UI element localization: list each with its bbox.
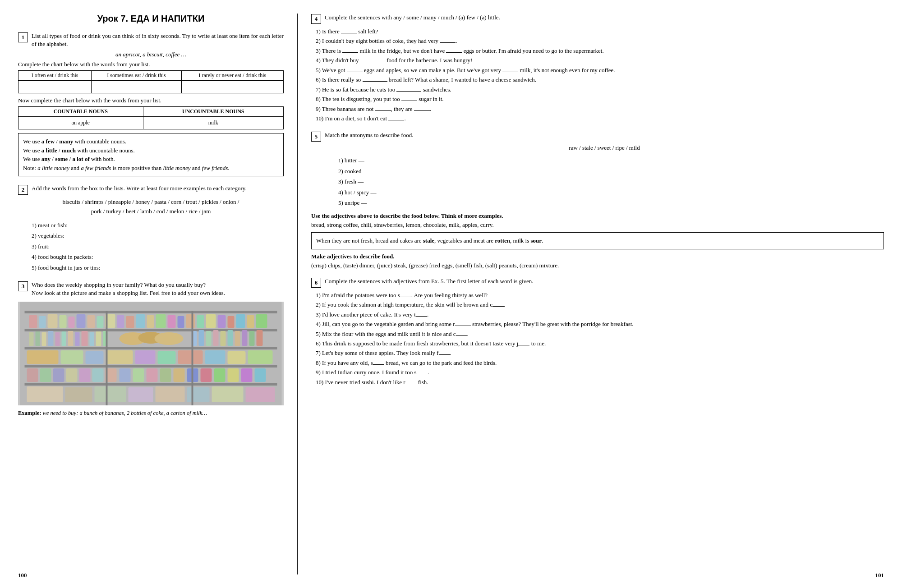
svg-rect-37: [75, 332, 80, 346]
category-1: 1) meat or fish:: [32, 220, 284, 230]
svg-rect-58: [106, 350, 133, 364]
ex6-s6: 6) This drink is supposed to be made fro…: [316, 339, 884, 348]
svg-rect-20: [168, 315, 176, 328]
ex4-s2: 2) I couldn't buy eight bottles of coke,…: [316, 36, 884, 46]
ex6-s7: 7) Let's buy some of these apples. They …: [316, 348, 884, 358]
svg-rect-88: [187, 387, 210, 402]
svg-rect-80: [228, 368, 239, 382]
ex4-s6: 6) Is there really so bread left? What a…: [316, 75, 884, 84]
ex6-s1: 1) I'm afraid the potatoes were too s. A…: [316, 290, 884, 300]
blank: [347, 72, 363, 72]
svg-rect-33: [48, 331, 54, 346]
make-adj-examples: (crisp) chips, (taste) dinner, (juice) s…: [311, 262, 884, 269]
eat-cell-1: [18, 81, 92, 93]
ex4-s3: 3) There is milk in the fridge, but we d…: [316, 46, 884, 55]
category-3: 3) fruit:: [32, 241, 284, 252]
exercise-6: 6 Complete the sentences with adjectives…: [311, 277, 884, 387]
ex1-example: an apricot, a biscuit, coffee …: [18, 51, 284, 58]
svg-rect-62: [205, 350, 226, 364]
svg-rect-65: [27, 368, 38, 382]
blank: [396, 91, 421, 92]
grammar-box: We use a few / many with countable nouns…: [18, 133, 284, 176]
svg-rect-29: [256, 314, 267, 328]
svg-rect-38: [82, 331, 88, 346]
svg-rect-15: [117, 315, 124, 328]
blank: [456, 335, 467, 336]
ex4-number: 4: [311, 14, 321, 24]
exercise-2: 2 Add the words from the box to the list…: [18, 184, 284, 273]
categories-list: 1) meat or fish: 2) vegetables: 3) fruit…: [32, 220, 284, 273]
svg-rect-57: [86, 351, 104, 364]
svg-rect-24: [206, 314, 216, 328]
ex2-number: 2: [18, 185, 28, 195]
svg-rect-59: [135, 350, 156, 364]
svg-rect-87: [156, 386, 185, 402]
blank: [342, 52, 358, 53]
ex4-s7: 7) He is so fat because he eats too sand…: [316, 85, 884, 94]
svg-rect-81: [241, 368, 253, 382]
countable-header: COUNTABLE NOUNS: [18, 107, 143, 117]
ex4-s10: 10) I'm on a diet, so I don't eat .: [316, 114, 884, 123]
svg-rect-28: [247, 315, 254, 328]
svg-rect-74: [147, 368, 158, 382]
uncountable-header: UNCOUNTABLE NOUNS: [143, 107, 283, 117]
ex6-s4: 4) Jill, can you go to the vegetable gar…: [316, 319, 884, 329]
svg-rect-60: [158, 351, 176, 364]
ex2-word-list: biscuits / shrimps / pineapple / honey /…: [18, 198, 284, 216]
grammar-line-1: We use a few / many with countable nouns…: [23, 137, 279, 146]
ex4-sentences: 1) Is there salt left? 2) I couldn't buy…: [316, 27, 884, 123]
svg-rect-11: [77, 314, 86, 328]
ex1-instruction: List all types of food or drink you can …: [32, 32, 284, 48]
ex4-s1: 1) Is there salt left?: [316, 27, 884, 36]
svg-rect-7: [39, 316, 46, 328]
svg-rect-86: [129, 387, 153, 402]
ex2-instruction: Add the words from the box to the lists.…: [32, 184, 247, 193]
col-header-2: I sometimes eat / drink this: [92, 71, 181, 81]
svg-rect-83: [27, 386, 63, 402]
svg-rect-51: [235, 331, 240, 346]
svg-rect-52: [242, 330, 248, 346]
blank: [416, 316, 427, 317]
nouns-table: COUNTABLE NOUNS UNCOUNTABLE NOUNS an app…: [18, 106, 284, 129]
svg-rect-36: [68, 331, 74, 346]
svg-point-44: [155, 332, 184, 345]
page-number-left: 100: [18, 572, 27, 579]
chart1-instruction: Complete the chart below with the words …: [18, 61, 284, 68]
ex1-number: 1: [18, 32, 28, 42]
page-title: Урок 7. ЕДА И НАПИТКИ: [18, 14, 284, 24]
ex4-instruction: Complete the sentences with any / some /…: [325, 14, 500, 22]
category-5: 5) food bought in jars or tins:: [32, 262, 284, 273]
ex6-s3: 3) I'd love another piece of cake. It's …: [316, 310, 884, 319]
eat-drink-table: I often eat / drink this I sometimes eat…: [18, 70, 284, 93]
svg-rect-70: [92, 368, 104, 382]
svg-rect-9: [60, 315, 67, 328]
svg-rect-56: [61, 350, 83, 364]
blank: [375, 110, 391, 111]
exercise-5: 5 Match the antonyms to describe food. r…: [311, 131, 884, 269]
svg-rect-79: [214, 368, 226, 382]
svg-rect-73: [133, 368, 144, 382]
ex3-instruction: Who does the weekly shopping in your fam…: [32, 281, 225, 297]
chart2-instruction: Now complete the chart below with the wo…: [18, 97, 284, 104]
blank: [400, 297, 411, 297]
ex6-s8: 8) If you have any old, s bread, we can …: [316, 358, 884, 368]
example-label: Example:: [18, 410, 41, 416]
right-column: 4 Complete the sentences with any / some…: [298, 14, 884, 574]
svg-rect-67: [53, 368, 64, 382]
blank: [416, 374, 428, 374]
ant-1: 1) bitter —: [338, 155, 884, 165]
blank: [518, 345, 529, 345]
svg-rect-5: [25, 383, 277, 386]
example-text: we need to buy: a bunch of bananas, 2 bo…: [41, 410, 207, 416]
blank: [405, 384, 417, 384]
blank: [492, 306, 504, 307]
adjectives-instruction: Use the adjectives above to describe the…: [311, 212, 884, 220]
page-number-right: 101: [875, 572, 884, 579]
blank: [388, 120, 404, 120]
col-header-3: I rarely or never eat / drink this: [181, 71, 283, 81]
blank: [502, 72, 518, 72]
make-adjectives: Make adjectives to describe food.: [311, 253, 884, 260]
svg-rect-8: [48, 314, 58, 328]
svg-rect-13: [97, 316, 104, 328]
svg-rect-85: [95, 386, 126, 402]
